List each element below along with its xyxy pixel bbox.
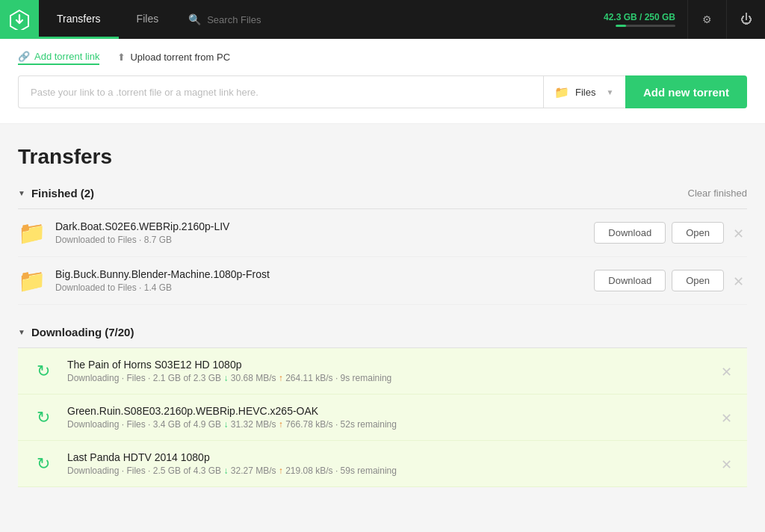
storage-bar (616, 25, 675, 27)
dl-item-info: Last Panda HDTV 2014 1080p Downloading ·… (67, 451, 707, 476)
dl-meta: Downloading · Files · 2.5 GB of 4.3 GB ↓… (67, 466, 707, 476)
spin-icon: ↻ (30, 408, 57, 427)
folder-icon: 📁 (18, 267, 45, 294)
dl-item-info: The Pain of Horns S03E12 HD 1080p Downlo… (67, 359, 707, 383)
search-input[interactable] (207, 14, 356, 25)
remove-button[interactable]: ✕ (730, 226, 747, 241)
dl-meta-prefix: Downloading · Files · 2.1 GB of 2.3 GB (67, 373, 221, 383)
up-arrow-icon: ↑ (279, 373, 285, 383)
transfer-info: Big.Buck.Bunny.Blender-Machine.1080p-Fro… (55, 268, 583, 293)
dl-down-speed: 30.68 MB/s (231, 373, 276, 383)
download-button[interactable]: Download (594, 222, 666, 244)
folder-select-label: Files (575, 87, 595, 98)
close-icon: ✕ (721, 365, 732, 380)
clear-finished-button[interactable]: Clear finished (688, 188, 748, 199)
transfer-name: Dark.Boat.S02E6.WEBRip.2160p-LIV (55, 220, 583, 232)
downloading-section: ▼ Downloading (7/20) ↻ The Pain of Horns… (18, 326, 747, 487)
storage-text: 42.3 GB / 250 GB (604, 12, 675, 22)
transfer-meta: Downloaded to Files · 8.7 GB (55, 235, 583, 245)
app-logo (0, 0, 39, 39)
transfer-name: Big.Buck.Bunny.Blender-Machine.1080p-Fro… (55, 268, 583, 280)
down-arrow-icon: ↓ (223, 466, 230, 476)
dl-name: Last Panda HDTV 2014 1080p (67, 451, 707, 463)
nav-tab-transfers[interactable]: Transfers (39, 0, 119, 39)
list-item: ↻ Last Panda HDTV 2014 1080p Downloading… (18, 441, 747, 487)
add-torrent-section: 🔗 Add torrent link ⬆ Upload torrent from… (0, 39, 765, 124)
nav-tab-files[interactable]: Files (119, 0, 177, 39)
folder-icon: 📁 (18, 220, 45, 246)
power-button[interactable]: ⏻ (726, 0, 765, 39)
table-row: 📁 Dark.Boat.S02E6.WEBRip.2160p-LIV Downl… (18, 209, 747, 257)
remove-button[interactable]: ✕ (730, 273, 747, 288)
dl-remaining-text: 59s remaining (341, 466, 397, 476)
storage-fill (616, 25, 626, 27)
downloading-section-toggle[interactable]: ▼ Downloading (7/20) (18, 326, 134, 338)
up-arrow-icon: ↑ (279, 419, 285, 430)
open-button[interactable]: Open (672, 222, 724, 244)
finished-list: 📁 Dark.Boat.S02E6.WEBRip.2160p-LIV Downl… (18, 208, 747, 305)
close-icon: ✕ (733, 226, 744, 241)
downloading-section-header: ▼ Downloading (7/20) (18, 326, 747, 338)
tab-upload-label: Upload torrent from PC (130, 52, 230, 63)
tab-link-label: Add torrent link (34, 51, 99, 62)
remove-button[interactable]: ✕ (718, 364, 735, 379)
dl-down-speed: 31.32 MB/s (231, 419, 276, 430)
spin-icon: ↻ (30, 454, 57, 474)
link-icon: 🔗 (18, 51, 30, 62)
finished-section-toggle[interactable]: ▼ Finished (2) (18, 187, 94, 200)
finished-section-header: ▼ Finished (2) Clear finished (18, 187, 747, 200)
dl-remaining: · (335, 373, 341, 383)
dl-remaining-text: 52s remaining (341, 419, 397, 430)
open-button[interactable]: Open (672, 270, 724, 291)
list-item: ↻ The Pain of Horns S03E12 HD 1080p Down… (18, 348, 747, 395)
down-arrow-icon: ↓ (223, 419, 230, 430)
torrent-link-input[interactable] (18, 75, 543, 108)
settings-button[interactable]: ⚙ (687, 0, 726, 39)
upload-icon: ⬆ (117, 52, 126, 63)
finished-section: ▼ Finished (2) Clear finished 📁 Dark.Boa… (18, 187, 747, 305)
search-icon: 🔍 (188, 13, 201, 25)
dl-meta-prefix: Downloading · Files · 2.5 GB of 4.3 GB (67, 466, 221, 476)
folder-select[interactable]: 📁 Files ▼ (543, 75, 625, 108)
nav-bar: Transfers Files 🔍 42.3 GB / 250 GB ⚙ ⏻ (0, 0, 765, 39)
gear-icon: ⚙ (702, 13, 712, 25)
folder-icon: 📁 (554, 85, 569, 99)
dl-item-info: Green.Ruin.S08E03.2160p.WEBRip.HEVC.x265… (67, 405, 707, 430)
dl-down-speed: 32.27 MB/s (231, 466, 276, 476)
add-torrent-button[interactable]: Add new torrent (625, 75, 747, 108)
add-torrent-row: 📁 Files ▼ Add new torrent (18, 75, 747, 108)
dl-meta: Downloading · Files · 3.4 GB of 4.9 GB ↓… (67, 419, 707, 430)
close-icon: ✕ (721, 457, 732, 472)
dl-meta: Downloading · Files · 2.1 GB of 2.3 GB ↓… (67, 373, 707, 383)
page-title: Transfers (18, 145, 747, 169)
tab-upload-pc[interactable]: ⬆ Upload torrent from PC (117, 51, 230, 65)
dl-up-speed: 766.78 kB/s (285, 419, 332, 430)
close-icon: ✕ (721, 411, 732, 426)
transfer-info: Dark.Boat.S02E6.WEBRip.2160p-LIV Downloa… (55, 220, 583, 245)
dl-meta-prefix: Downloading · Files · 3.4 GB of 4.9 GB (67, 419, 221, 430)
down-arrow-icon: ↓ (223, 373, 230, 383)
remove-button[interactable]: ✕ (718, 457, 735, 471)
finished-chevron-icon: ▼ (18, 189, 25, 197)
dl-name: The Pain of Horns S03E12 HD 1080p (67, 359, 707, 371)
dl-name: Green.Ruin.S08E03.2160p.WEBRip.HEVC.x265… (67, 405, 707, 417)
main-content: Transfers ▼ Finished (2) Clear finished … (0, 124, 765, 505)
storage-info: 42.3 GB / 250 GB (592, 12, 687, 27)
finished-section-title: Finished (2) (31, 187, 94, 200)
transfer-actions: Download Open ✕ (594, 222, 747, 244)
download-button[interactable]: Download (594, 270, 666, 291)
add-torrent-tabs: 🔗 Add torrent link ⬆ Upload torrent from… (18, 51, 747, 65)
nav-search-area: 🔍 (176, 13, 592, 25)
chevron-down-icon: ▼ (606, 88, 613, 96)
downloading-section-title: Downloading (7/20) (31, 326, 134, 338)
list-item: ↻ Green.Ruin.S08E03.2160p.WEBRip.HEVC.x2… (18, 395, 747, 441)
transfer-actions: Download Open ✕ (594, 270, 747, 291)
downloading-chevron-icon: ▼ (18, 328, 25, 336)
downloading-list: ↻ The Pain of Horns S03E12 HD 1080p Down… (18, 347, 747, 487)
tab-add-link[interactable]: 🔗 Add torrent link (18, 51, 99, 65)
remove-button[interactable]: ✕ (718, 410, 735, 425)
dl-up-speed: 264.11 kB/s (285, 373, 332, 383)
close-icon: ✕ (733, 274, 744, 289)
dl-remaining-text: 9s remaining (341, 373, 392, 383)
power-icon: ⏻ (740, 13, 752, 26)
